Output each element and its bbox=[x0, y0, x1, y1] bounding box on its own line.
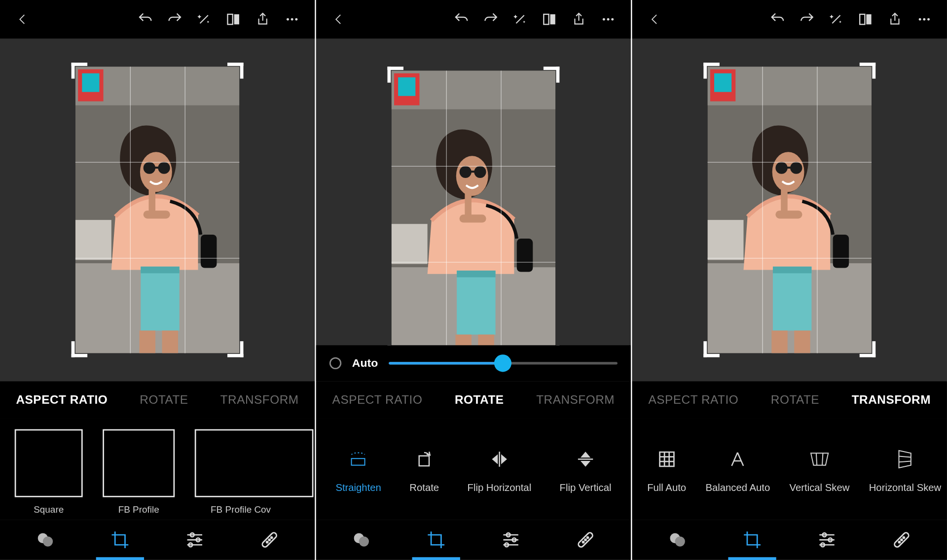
tab-aspect-ratio[interactable]: ASPECT RATIO bbox=[16, 393, 108, 407]
nav-filters[interactable] bbox=[341, 525, 381, 554]
tool-flip-horizontal[interactable]: Flip Horizontal bbox=[468, 446, 532, 493]
crop-handle-tr[interactable] bbox=[544, 67, 559, 82]
crop-handle-tl[interactable] bbox=[703, 63, 719, 78]
straighten-slider[interactable] bbox=[389, 355, 618, 371]
svg-point-119 bbox=[899, 541, 900, 543]
share-button[interactable] bbox=[248, 4, 277, 34]
nav-filters[interactable] bbox=[25, 525, 65, 554]
more-button[interactable] bbox=[593, 4, 622, 34]
tab-rotate[interactable]: ROTATE bbox=[455, 393, 504, 407]
aspect-fb-profile[interactable]: FB Profile bbox=[103, 429, 175, 515]
share-button[interactable] bbox=[880, 4, 910, 34]
svg-rect-56 bbox=[352, 458, 365, 465]
nav-heal[interactable] bbox=[881, 525, 921, 554]
tab-transform[interactable]: TRANSFORM bbox=[220, 393, 299, 407]
share-button[interactable] bbox=[564, 4, 593, 34]
crop-handle-tl[interactable] bbox=[388, 67, 403, 82]
nav-filters[interactable] bbox=[657, 525, 697, 554]
compare-button[interactable] bbox=[535, 4, 564, 34]
tab-transform[interactable]: TRANSFORM bbox=[852, 393, 931, 407]
tab-rotate[interactable]: ROTATE bbox=[771, 393, 819, 407]
aspect-square[interactable]: Square bbox=[15, 429, 83, 515]
crop-tab-bar: ASPECT RATIO ROTATE TRANSFORM bbox=[316, 381, 631, 419]
back-button[interactable] bbox=[324, 4, 353, 34]
screen-rotate: Auto ASPECT RATIO ROTATE TRANSFORM Strai… bbox=[316, 0, 631, 560]
undo-button[interactable] bbox=[763, 4, 792, 34]
crop-handle-bl[interactable] bbox=[703, 341, 719, 357]
nav-crop[interactable] bbox=[416, 525, 456, 554]
more-button[interactable] bbox=[910, 4, 939, 34]
aspect-fb-profile-cover[interactable]: FB Profile Cov bbox=[195, 429, 287, 515]
back-button[interactable] bbox=[8, 4, 37, 34]
crop-handle-tl[interactable] bbox=[72, 63, 87, 78]
tool-rotate[interactable]: Rotate bbox=[409, 446, 439, 493]
crop-tab-bar: ASPECT RATIO ROTATE TRANSFORM bbox=[0, 381, 315, 419]
magic-wand-button[interactable] bbox=[822, 4, 851, 34]
nav-adjust[interactable] bbox=[175, 525, 215, 554]
crop-frame[interactable] bbox=[75, 67, 240, 353]
crop-frame[interactable] bbox=[707, 67, 872, 353]
crop-frame[interactable] bbox=[392, 70, 556, 357]
tab-transform[interactable]: TRANSFORM bbox=[536, 393, 615, 407]
tool-balanced-auto[interactable]: Balanced Auto bbox=[705, 446, 770, 493]
nav-adjust[interactable] bbox=[491, 525, 531, 554]
undo-button[interactable] bbox=[447, 4, 476, 34]
nav-crop[interactable] bbox=[732, 525, 772, 554]
nav-heal[interactable] bbox=[250, 525, 290, 554]
compare-button[interactable] bbox=[219, 4, 248, 34]
aspect-ratio-tools: Square FB Profile FB Profile Cov bbox=[0, 419, 315, 520]
svg-rect-44 bbox=[392, 224, 428, 264]
svg-rect-0 bbox=[227, 14, 232, 25]
svg-rect-20 bbox=[140, 331, 155, 353]
tab-aspect-ratio[interactable]: ASPECT RATIO bbox=[332, 393, 423, 407]
svg-rect-76 bbox=[860, 14, 865, 25]
more-button[interactable] bbox=[277, 4, 306, 34]
crop-handle-br[interactable] bbox=[227, 341, 243, 357]
tool-flip-vertical[interactable]: Flip Vertical bbox=[560, 446, 612, 493]
svg-line-108 bbox=[899, 461, 911, 462]
crop-handle-br[interactable] bbox=[860, 341, 875, 357]
svg-rect-14 bbox=[154, 167, 159, 169]
magic-wand-button[interactable] bbox=[506, 4, 535, 34]
tool-horizontal-skew[interactable]: Horizontal Skew bbox=[869, 446, 942, 493]
redo-button[interactable] bbox=[160, 4, 189, 34]
auto-radio[interactable] bbox=[329, 357, 341, 369]
svg-point-78 bbox=[919, 18, 921, 21]
magic-wand-button[interactable] bbox=[189, 4, 219, 34]
svg-rect-10 bbox=[75, 220, 111, 260]
crop-handle-bl[interactable] bbox=[72, 341, 87, 357]
svg-point-31 bbox=[269, 539, 270, 541]
slider-thumb[interactable] bbox=[494, 354, 511, 372]
bottom-nav bbox=[632, 520, 947, 560]
tab-rotate[interactable]: ROTATE bbox=[140, 393, 188, 407]
nav-heal[interactable] bbox=[565, 525, 605, 554]
svg-point-118 bbox=[901, 539, 902, 541]
image-canvas[interactable] bbox=[0, 38, 315, 381]
tab-aspect-ratio[interactable]: ASPECT RATIO bbox=[648, 393, 738, 407]
nav-crop[interactable] bbox=[100, 525, 140, 554]
rotate-auto-bar: Auto bbox=[316, 345, 631, 381]
svg-rect-92 bbox=[773, 267, 811, 274]
svg-point-65 bbox=[359, 536, 369, 546]
crop-handle-tr[interactable] bbox=[227, 63, 243, 78]
tool-full-auto[interactable]: Full Auto bbox=[647, 446, 686, 493]
image-canvas[interactable]: Auto bbox=[316, 38, 631, 381]
back-button[interactable] bbox=[640, 4, 669, 34]
compare-button[interactable] bbox=[851, 4, 880, 34]
tool-straighten[interactable]: Straighten bbox=[335, 446, 381, 493]
photo bbox=[75, 67, 240, 353]
svg-point-75 bbox=[587, 537, 588, 538]
redo-button[interactable] bbox=[792, 4, 821, 34]
nav-adjust[interactable] bbox=[807, 525, 847, 554]
svg-rect-90 bbox=[786, 167, 792, 169]
redo-button[interactable] bbox=[476, 4, 505, 34]
svg-point-88 bbox=[775, 162, 787, 174]
undo-button[interactable] bbox=[131, 4, 160, 34]
tool-label: Horizontal Skew bbox=[869, 482, 942, 493]
svg-rect-21 bbox=[162, 331, 178, 353]
crop-handle-tr[interactable] bbox=[860, 63, 875, 78]
top-toolbar bbox=[632, 0, 947, 38]
svg-rect-53 bbox=[517, 239, 533, 272]
tool-vertical-skew[interactable]: Vertical Skew bbox=[790, 446, 850, 493]
image-canvas[interactable] bbox=[632, 38, 947, 381]
